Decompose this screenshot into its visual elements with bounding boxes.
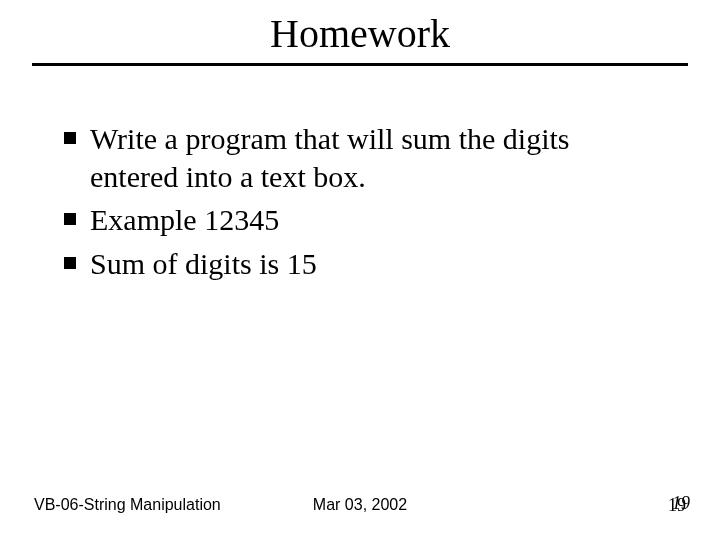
footer: VB-06-String Manipulation Mar 03, 2002 1…	[0, 496, 720, 514]
list-item: Example 12345	[64, 201, 656, 239]
slide-title: Homework	[0, 0, 720, 63]
title-underline	[32, 63, 688, 66]
page-number-overlay: 19	[672, 493, 690, 514]
list-item: Write a program that will sum the digits…	[64, 120, 656, 195]
bullet-text: Example 12345	[90, 201, 279, 239]
square-bullet-icon	[64, 257, 76, 269]
bullet-text: Sum of digits is 15	[90, 245, 317, 283]
square-bullet-icon	[64, 213, 76, 225]
square-bullet-icon	[64, 132, 76, 144]
list-item: Sum of digits is 15	[64, 245, 656, 283]
content-area: Write a program that will sum the digits…	[64, 120, 656, 282]
bullet-text: Write a program that will sum the digits…	[90, 120, 656, 195]
footer-left: VB-06-String Manipulation	[34, 496, 221, 514]
slide: Homework Write a program that will sum t…	[0, 0, 720, 540]
